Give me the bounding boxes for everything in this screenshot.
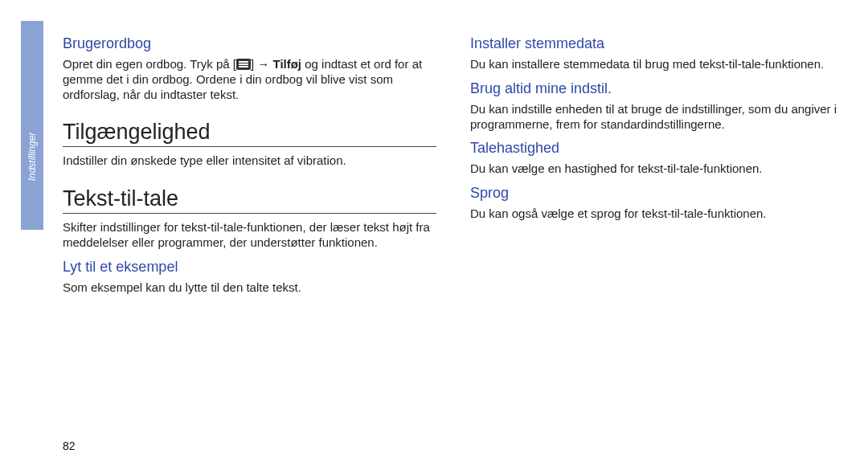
side-tab: Indstillinger [21,21,43,230]
heading-installer-stemmedata: Installer stemmedata [470,35,844,52]
para-sprog: Du kan også vælge et sprog for tekst-til… [470,206,844,222]
para-lyt-eksempel: Som eksempel kan du lytte til den talte … [63,280,436,296]
svg-rect-3 [239,66,248,67]
heading-brugerordbog: Brugerordbog [63,35,436,52]
svg-rect-2 [239,63,248,65]
rule [63,213,436,214]
page: Indstillinger Brugerordbog Opret din ege… [0,0,868,470]
heading-tekst-til-tale: Tekst-til-tale [63,186,436,211]
heading-talehastighed: Talehastighed [470,140,844,157]
para-talehastighed: Du kan vælge en hastighed for tekst-til-… [470,161,844,177]
text-fragment: Opret din egen ordbog. Tryk på [ [63,57,236,71]
para-brugerordbog: Opret din egen ordbog. Tryk på [ ] → Til… [63,57,436,102]
para-tilgaengelighed: Indstiller din ønskede type eller intens… [63,153,436,169]
content-columns: Brugerordbog Opret din egen ordbog. Tryk… [63,29,844,454]
para-brug-altid: Du kan indstille enheden til at bruge de… [470,102,844,133]
para-tekst-til-tale: Skifter indstillinger for tekst-til-tale… [63,220,436,251]
right-column: Installer stemmedata Du kan installere s… [470,29,844,454]
para-installer-stemmedata: Du kan installere stemmedata til brug me… [470,57,844,72]
heading-sprog: Sprog [470,185,844,202]
text-bold-tilfoj: Tilføj [272,57,301,71]
menu-icon [236,59,251,70]
svg-rect-1 [239,61,248,63]
text-fragment: ] → [251,57,273,71]
heading-tilgaengelighed: Tilgængelighed [63,120,436,145]
rule [63,146,436,147]
heading-lyt-eksempel: Lyt til et eksempel [63,259,436,276]
heading-brug-altid: Brug altid mine indstil. [470,80,844,97]
side-tab-label: Indstillinger [27,133,38,182]
left-column: Brugerordbog Opret din egen ordbog. Tryk… [63,29,436,454]
page-number: 82 [63,439,76,452]
